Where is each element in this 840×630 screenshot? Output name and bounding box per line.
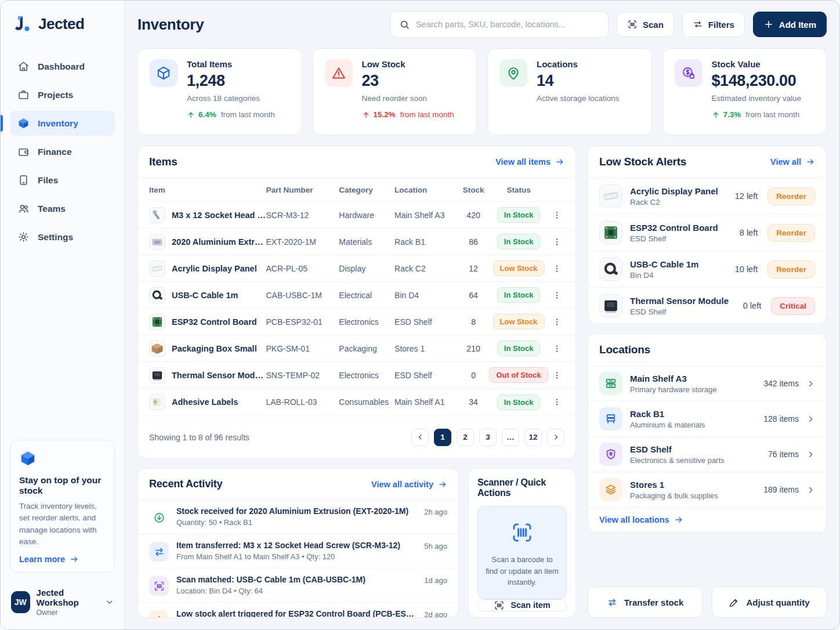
stock-received-icon [149, 508, 169, 527]
brand-name: Jected [38, 15, 84, 33]
activity-item[interactable]: Scan matched: USB-C Cable 1m (CAB-USBC-1… [138, 568, 458, 602]
location-item[interactable]: Stores 1 Packaging & bulk supplies 189 i… [588, 472, 826, 507]
app-window: Jected Dashboard Projects Inventory Fina… [0, 0, 840, 630]
sidebar-item-teams[interactable]: Teams [10, 196, 115, 221]
page-prev-button[interactable] [411, 429, 429, 446]
results-count: Showing 1 to 8 of 96 results [149, 433, 249, 442]
item-thumbnail-pcb [599, 221, 622, 244]
reorder-button[interactable]: Reorder [767, 260, 815, 278]
view-all-locations-link[interactable]: View all locations [599, 515, 815, 524]
row-menu-button[interactable] [549, 261, 564, 276]
scanner-dropzone[interactable]: Scan a barcode to find or update an item… [477, 506, 567, 599]
view-all-items-link[interactable]: View all items [495, 157, 564, 166]
search-input[interactable] [416, 20, 600, 29]
learn-more-link[interactable]: Learn more [19, 555, 106, 564]
row-menu-button[interactable] [549, 314, 564, 330]
row-menu-button[interactable] [549, 394, 564, 410]
page-next-button[interactable] [547, 429, 564, 446]
stat-subtext: Need reorder soon [362, 94, 454, 103]
item-thumbnail-panel [599, 184, 622, 208]
add-item-button[interactable]: Add Item [753, 12, 827, 37]
chevron-down-icon[interactable] [105, 597, 114, 607]
table-row[interactable]: ESP32 Control Board PCB-ESP32-01 Electro… [138, 309, 575, 335]
page-button-3[interactable]: 3 [479, 429, 497, 446]
barcode-icon [149, 576, 169, 596]
item-count: 128 items [763, 414, 799, 423]
table-row[interactable]: Adhesive Labels LAB-ROLL-03 Consumables … [138, 389, 575, 415]
locations-title: Locations [599, 343, 650, 356]
sidebar-item-dashboard[interactable]: Dashboard [10, 54, 115, 79]
sidebar-item-label: Inventory [38, 118, 78, 129]
page-button-12[interactable]: 12 [524, 429, 542, 446]
activity-time: 2h ago [424, 508, 447, 516]
item-thumbnail-sensor [149, 367, 165, 383]
search-bar[interactable] [390, 11, 609, 38]
alerts-panel-header: Low Stock Alerts View all [588, 146, 826, 178]
table-footer: Showing 1 to 8 of 96 results 1 2 3 … 12 [138, 415, 575, 458]
table-row[interactable]: Thermal Sensor Module SNS-TEMP-02 Electr… [138, 362, 575, 389]
table-row[interactable]: Packaging Box Small PKG-SM-01 Packaging … [138, 335, 575, 362]
reorder-button[interactable]: Reorder [767, 224, 815, 242]
table-row[interactable]: M3 x 12 Socket Head Screw SCR-M3-12 Hard… [138, 202, 575, 229]
quantity-left: 8 left [740, 228, 758, 237]
adjust-quantity-button[interactable]: Adjust quantity [712, 586, 827, 618]
right-column: Low Stock Alerts View all Acrylic Displa… [588, 146, 827, 618]
page-button-1[interactable]: 1 [434, 429, 451, 446]
row-menu-button[interactable] [549, 234, 564, 249]
row-menu-button[interactable] [549, 288, 564, 303]
activity-time: 1d ago [424, 576, 447, 585]
status-badge: In Stock [497, 341, 541, 356]
esd-shield-icon [599, 443, 622, 466]
row-menu-button[interactable] [549, 341, 564, 356]
content-grid: Items View all items Item Part Number Ca… [137, 146, 827, 618]
arrow-up-icon [712, 111, 720, 119]
activity-item[interactable]: Stock received for 2020 Aluminium Extrus… [138, 499, 458, 534]
stat-subtext: Estimated inventory value [712, 94, 802, 103]
plus-icon [763, 19, 774, 30]
table-row[interactable]: USB-C Cable 1m CAB-USBC-1M Electrical Bi… [138, 282, 575, 309]
sidebar-item-files[interactable]: Files [10, 168, 115, 193]
row-menu-button[interactable] [549, 368, 564, 383]
arrow-right-icon [806, 157, 815, 166]
filters-button[interactable]: Filters [682, 12, 745, 37]
scan-item-button[interactable]: Scan item [477, 599, 567, 611]
stat-card-locations: Locations 14 Active storage locations [487, 48, 652, 135]
alerts-title: Low Stock Alerts [599, 155, 686, 168]
reorder-button[interactable]: Reorder [767, 187, 815, 205]
status-badge: In Stock [497, 394, 541, 410]
location-item[interactable]: Rack B1 Aluminium & materials 128 items [588, 401, 826, 436]
activity-item[interactable]: Item transferred: M3 x 12 Socket Head Sc… [138, 534, 458, 568]
sidebar-item-projects[interactable]: Projects [10, 82, 115, 107]
sidebar-item-inventory[interactable]: Inventory [10, 111, 115, 136]
item-thumbnail-cable [599, 258, 622, 281]
page-ellipsis[interactable]: … [502, 429, 519, 446]
scan-button[interactable]: Scan [617, 12, 674, 37]
item-thumbnail-screw [149, 207, 165, 223]
user-menu[interactable]: JW Jected Workshop Owner [10, 586, 115, 618]
view-all-activity-link[interactable]: View all activity [371, 480, 447, 489]
promo-card: Stay on top of your stock Track inventor… [10, 440, 115, 573]
items-title: Items [149, 155, 178, 168]
brand-logo[interactable]: Jected [10, 13, 115, 34]
pagination: 1 2 3 … 12 [411, 429, 564, 446]
transfer-stock-button[interactable]: Transfer stock [588, 586, 703, 618]
location-item[interactable]: ESD Shelf Electronics & sensitive parts … [588, 436, 826, 472]
arrow-right-icon [674, 515, 683, 524]
item-count: 76 items [768, 450, 799, 459]
cube-icon [17, 117, 30, 129]
cube-icon [19, 450, 37, 467]
sidebar-item-settings[interactable]: Settings [10, 225, 115, 249]
location-item[interactable]: Main Shelf A3 Primary hardware storage 3… [588, 365, 826, 401]
home-icon [17, 60, 30, 73]
table-row[interactable]: Acrylic Display Panel ACR-PL-05 Display … [138, 255, 575, 282]
page-button-2[interactable]: 2 [457, 429, 474, 446]
table-row[interactable]: 2020 Aluminium Extrusion EXT-2020-1M Mat… [138, 229, 575, 255]
item-thumbnail-sensor [599, 294, 622, 317]
critical-button[interactable]: Critical [771, 297, 815, 315]
stat-trend: 15.2% from last month [362, 110, 454, 119]
sidebar-item-finance[interactable]: Finance [10, 139, 115, 164]
activity-item[interactable]: Low stock alert triggered for ESP32 Cont… [138, 602, 458, 618]
row-menu-button[interactable] [549, 208, 564, 223]
view-all-alerts-link[interactable]: View all [770, 157, 815, 166]
stat-label: Stock Value [712, 59, 802, 69]
